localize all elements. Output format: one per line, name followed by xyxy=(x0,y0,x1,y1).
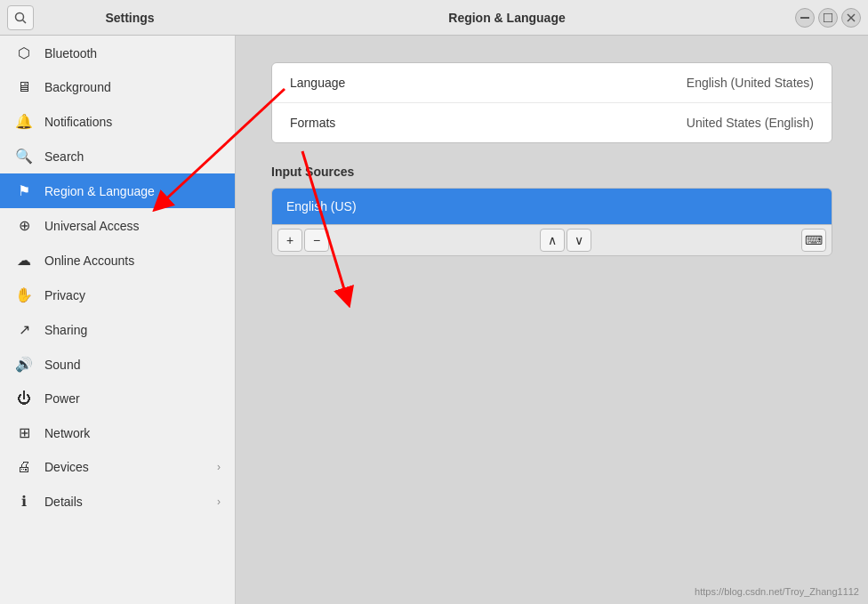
svg-line-1 xyxy=(23,20,27,23)
sidebar-item-search[interactable]: 🔍Search xyxy=(0,139,235,173)
move-up-button[interactable]: ∧ xyxy=(540,229,565,252)
sidebar-item-label-sound: Sound xyxy=(44,358,80,372)
sharing-icon: ↗ xyxy=(14,321,34,338)
settings-row-label-1: Formats xyxy=(290,116,687,130)
universal-access-icon: ⊕ xyxy=(14,217,34,234)
watermark: https://blog.csdn.net/Troy_Zhang1112 xyxy=(695,586,859,597)
details-icon: ℹ xyxy=(14,493,34,510)
sound-icon: 🔊 xyxy=(14,356,34,373)
online-accounts-icon: ☁ xyxy=(14,252,34,269)
sidebar-item-background[interactable]: 🖥Background xyxy=(0,70,235,104)
sidebar-item-notifications[interactable]: 🔔Notifications xyxy=(0,104,235,139)
sidebar-item-label-network: Network xyxy=(44,426,90,440)
add-input-source-button[interactable]: + xyxy=(277,229,302,252)
sidebar-item-sound[interactable]: 🔊Sound xyxy=(0,347,235,382)
sidebar-item-devices[interactable]: 🖨Devices› xyxy=(0,450,235,484)
language-settings-card: LanguageEnglish (United States)FormatsUn… xyxy=(271,62,832,143)
sidebar-item-power[interactable]: ⏻Power xyxy=(0,382,235,415)
keyboard-options-button[interactable]: ⌨ xyxy=(801,229,826,252)
move-down-button[interactable]: ∨ xyxy=(567,229,591,252)
sidebar-item-label-power: Power xyxy=(44,391,80,406)
svg-rect-2 xyxy=(800,17,809,19)
sidebar-item-label-privacy: Privacy xyxy=(44,288,85,302)
power-icon: ⏻ xyxy=(14,391,34,407)
main-title: Region & Language xyxy=(219,11,795,25)
sidebar-item-label-sharing: Sharing xyxy=(44,323,87,337)
sidebar-item-region-language[interactable]: ⚑Region & Language xyxy=(0,173,235,208)
content-area: LanguageEnglish (United States)FormatsUn… xyxy=(236,36,868,604)
sidebar-item-network[interactable]: ⊞Network xyxy=(0,415,235,450)
background-icon: 🖥 xyxy=(14,79,34,95)
sidebar-item-universal-access[interactable]: ⊕Universal Access xyxy=(0,208,235,243)
chevron-right-icon: › xyxy=(217,495,221,508)
search-icon: 🔍 xyxy=(14,148,34,165)
settings-row-label-0: Language xyxy=(290,76,687,90)
sidebar-item-label-region-language: Region & Language xyxy=(44,184,155,198)
input-sources-toolbar: + − ∧ ∨ ⌨ xyxy=(272,224,832,255)
notifications-icon: 🔔 xyxy=(14,113,34,130)
sidebar-item-sharing[interactable]: ↗Sharing xyxy=(0,312,235,347)
network-icon: ⊞ xyxy=(14,424,34,441)
sidebar-item-online-accounts[interactable]: ☁Online Accounts xyxy=(0,243,235,278)
maximize-button[interactable] xyxy=(818,8,838,28)
devices-icon: 🖨 xyxy=(14,459,34,475)
minimize-button[interactable] xyxy=(795,8,815,28)
sidebar-item-label-universal-access: Universal Access xyxy=(44,219,140,233)
input-source-item-0[interactable]: English (US) xyxy=(272,189,832,224)
input-sources-box: English (US) + − ∧ ∨ ⌨ xyxy=(271,188,832,256)
region-language-icon: ⚑ xyxy=(14,182,34,199)
sidebar-title: Settings xyxy=(41,11,219,25)
close-button[interactable] xyxy=(841,8,861,28)
settings-row-value-1: United States (English) xyxy=(687,116,814,130)
sidebar-item-label-bluetooth: Bluetooth xyxy=(44,46,97,60)
sidebar-item-privacy[interactable]: ✋Privacy xyxy=(0,278,235,312)
sidebar-item-label-search: Search xyxy=(44,149,84,164)
sidebar-item-label-background: Background xyxy=(44,80,111,94)
bluetooth-icon: ⬡ xyxy=(14,44,34,61)
sidebar-item-label-notifications: Notifications xyxy=(44,115,112,129)
remove-input-source-button[interactable]: − xyxy=(304,229,329,252)
settings-row-0: LanguageEnglish (United States) xyxy=(272,63,832,103)
svg-point-0 xyxy=(16,12,24,20)
svg-rect-3 xyxy=(824,13,832,22)
chevron-right-icon: › xyxy=(217,461,221,473)
sidebar-item-label-devices: Devices xyxy=(44,460,89,474)
search-button[interactable] xyxy=(7,5,34,30)
input-sources-title: Input Sources xyxy=(271,165,832,179)
settings-row-1: FormatsUnited States (English) xyxy=(272,103,832,142)
sidebar-item-details[interactable]: ℹDetails› xyxy=(0,484,235,519)
sidebar-item-label-online-accounts: Online Accounts xyxy=(44,254,134,268)
sidebar-item-label-details: Details xyxy=(44,495,83,509)
privacy-icon: ✋ xyxy=(14,286,34,303)
sidebar: ⬡Bluetooth🖥Background🔔Notifications🔍Sear… xyxy=(0,36,236,604)
sidebar-item-bluetooth[interactable]: ⬡Bluetooth xyxy=(0,36,235,70)
settings-row-value-0: English (United States) xyxy=(687,76,814,90)
